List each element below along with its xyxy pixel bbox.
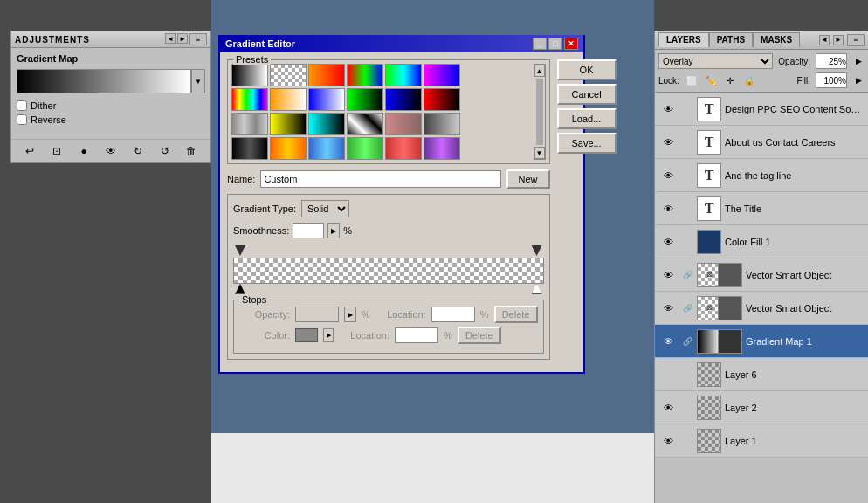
layer-visibility-design[interactable]: 👁	[658, 104, 678, 114]
preset-swatch-7[interactable]	[231, 88, 268, 111]
layer-visibility-vso2[interactable]: 👁	[658, 303, 678, 314]
layer-visibility-title[interactable]: 👁	[658, 203, 678, 214]
preset-swatch-20[interactable]	[270, 137, 307, 160]
color-location-input[interactable]	[395, 327, 438, 343]
layers-expand-button[interactable]: ◄	[819, 35, 830, 45]
color-swatch[interactable]	[295, 328, 318, 342]
preset-swatch-12[interactable]	[424, 88, 460, 111]
ok-button[interactable]: OK	[557, 59, 617, 80]
opacity-stop-input[interactable]	[295, 307, 339, 322]
layer-visibility-layer2[interactable]: 👁	[658, 403, 678, 413]
smoothness-stepper[interactable]: ▶	[327, 223, 340, 238]
layer-item-vso1[interactable]: 👁 🔗 ⊠ Vector Smart Object	[655, 258, 868, 292]
preset-swatch-13[interactable]	[231, 113, 268, 135]
preset-swatch-14[interactable]	[270, 113, 307, 135]
rotate-icon[interactable]: ↻	[129, 143, 147, 159]
layer-visibility-aboutus[interactable]: 👁	[658, 137, 678, 148]
smoothness-input[interactable]: 100	[293, 223, 324, 238]
dialog-close-button[interactable]: ✕	[564, 38, 578, 50]
layers-scroll[interactable]: 👁 T Design PPC SEO Content Social 👁 T Ab…	[655, 93, 868, 495]
circle-icon[interactable]: ●	[75, 143, 93, 159]
layer-item-vso2[interactable]: 👁 🔗 ⊠ Vector Smart Object	[655, 292, 868, 325]
top-stop-left[interactable]	[235, 245, 245, 256]
blend-mode-select[interactable]: Overlay Normal Multiply	[658, 53, 773, 69]
dialog-maximize-button[interactable]: □	[548, 38, 562, 50]
chain-vso2[interactable]: 🔗	[681, 302, 693, 314]
layers-collapse-button[interactable]: ►	[833, 35, 844, 45]
dialog-minimize-button[interactable]: _	[533, 38, 547, 50]
layer-item-gradientmap[interactable]: 👁 🔗 Gradient Map 1	[655, 325, 868, 358]
panel-menu-button[interactable]: ≡	[189, 33, 207, 45]
opacity-stepper[interactable]: ▶	[852, 53, 865, 69]
fill-input[interactable]: 100%	[816, 72, 847, 88]
eye-icon[interactable]: 👁	[102, 143, 120, 159]
bottom-stop-left[interactable]	[235, 284, 245, 294]
save-button[interactable]: Save...	[557, 133, 617, 154]
return-icon[interactable]: ↩	[21, 143, 38, 159]
preset-swatch-19[interactable]	[231, 137, 268, 160]
minimize-button[interactable]: ◄	[165, 33, 176, 44]
preset-swatch-8[interactable]	[270, 88, 307, 111]
layer-visibility-vso1[interactable]: 👁	[658, 270, 678, 280]
layers-tab-layers[interactable]: LAYERS	[658, 32, 709, 47]
dither-checkbox[interactable]	[17, 100, 27, 111]
preset-swatch-16[interactable]	[347, 113, 383, 135]
preset-swatch-5[interactable]	[385, 64, 422, 86]
gradient-preview[interactable]	[17, 69, 191, 93]
reverse-checkbox[interactable]	[17, 114, 27, 125]
trash-icon[interactable]: 🗑	[183, 143, 200, 159]
chain-vso1[interactable]: 🔗	[681, 269, 693, 281]
fill-stepper[interactable]: ▶	[852, 72, 865, 88]
opacity-location-input[interactable]	[431, 307, 475, 322]
top-stop-right[interactable]	[532, 245, 542, 256]
preset-swatch-24[interactable]	[424, 137, 460, 160]
opacity-delete-button[interactable]: Delete	[494, 306, 538, 323]
preset-swatch-11[interactable]	[385, 88, 422, 111]
lock-pixels-icon[interactable]: ✏️	[704, 73, 718, 87]
opacity-input[interactable]: 25%	[816, 53, 847, 69]
preset-swatch-23[interactable]	[385, 137, 422, 160]
preset-swatch-4[interactable]	[347, 64, 383, 86]
layers-tab-paths[interactable]: PATHS	[709, 32, 753, 47]
name-input[interactable]	[260, 170, 500, 188]
layer-item-design[interactable]: 👁 T Design PPC SEO Content Social	[655, 93, 868, 126]
preset-swatch-3[interactable]	[308, 64, 345, 86]
layer-item-title[interactable]: 👁 T The Title	[655, 192, 868, 225]
scroll-down-arrow[interactable]: ▼	[534, 147, 545, 159]
preset-swatch-15[interactable]	[308, 113, 345, 135]
scroll-thumb[interactable]	[536, 79, 543, 145]
layer-visibility-layer1[interactable]: 👁	[658, 436, 678, 446]
color-dropdown-button[interactable]: ▶	[323, 328, 334, 342]
lock-all-icon[interactable]: 🔒	[742, 73, 756, 87]
layer-item-colorfill[interactable]: 👁 Color Fill 1	[655, 225, 868, 258]
color-delete-button[interactable]: Delete	[458, 327, 501, 344]
scroll-up-arrow[interactable]: ▲	[534, 65, 545, 77]
layers-menu-button[interactable]: ≡	[847, 34, 865, 46]
gradient-type-select[interactable]: Solid Noise	[301, 200, 349, 217]
preset-swatch-2[interactable]	[270, 64, 307, 86]
layer-item-aboutus[interactable]: 👁 T About us Contact Careers	[655, 126, 868, 159]
preset-swatch-21[interactable]	[308, 137, 345, 160]
new-layer-icon[interactable]: ⊡	[48, 143, 65, 159]
lock-position-icon[interactable]: ✛	[723, 73, 737, 87]
preset-swatch-9[interactable]	[308, 88, 345, 111]
chain-gradientmap[interactable]: 🔗	[681, 335, 693, 348]
preset-swatch-18[interactable]	[424, 113, 460, 135]
collapse-button[interactable]: ►	[177, 33, 188, 44]
layer-visibility-colorfill[interactable]: 👁	[658, 237, 678, 247]
layer-item-layer2[interactable]: 👁 Layer 2	[655, 391, 868, 424]
layer-item-tagline[interactable]: 👁 T And the tag line	[655, 159, 868, 192]
gradient-bar[interactable]	[233, 258, 544, 284]
preset-swatch-1[interactable]	[231, 64, 268, 86]
layer-visibility-tagline[interactable]: 👁	[658, 170, 678, 181]
cancel-button[interactable]: Cancel	[557, 84, 617, 105]
lock-transparent-icon[interactable]: ⬜	[685, 73, 699, 87]
reset-icon[interactable]: ↺	[156, 143, 174, 159]
load-button[interactable]: Load...	[557, 108, 617, 129]
opacity-stepper[interactable]: ▶	[344, 307, 356, 322]
gradient-dropdown-button[interactable]: ▼	[191, 69, 205, 93]
preset-swatch-10[interactable]	[347, 88, 383, 111]
preset-swatch-6[interactable]	[424, 64, 460, 86]
preset-swatch-17[interactable]	[385, 113, 422, 135]
new-button[interactable]: New	[506, 169, 550, 189]
